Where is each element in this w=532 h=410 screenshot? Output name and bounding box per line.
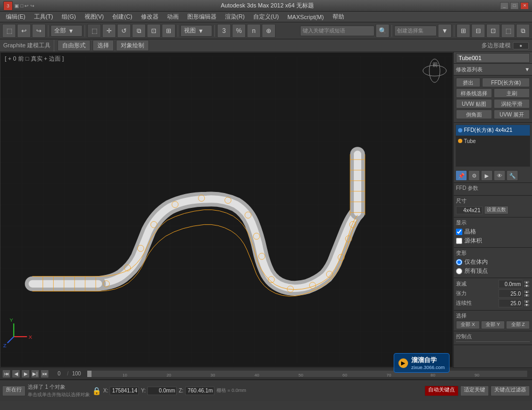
menu-help[interactable]: 帮助 <box>329 12 348 22</box>
falloff-label: 衰减 <box>456 280 497 288</box>
minimize-button[interactable]: _ <box>500 2 509 10</box>
timeline-track[interactable]: 0 10 20 30 40 50 60 70 80 90 <box>87 370 528 378</box>
menu-customize[interactable]: 自定义(U) <box>250 12 282 22</box>
search-bar[interactable]: 键入关键字或短语 <box>300 26 375 36</box>
lattice-checkbox[interactable] <box>456 229 462 235</box>
toolbar-btn-2[interactable]: ↩ <box>17 24 31 38</box>
tension-input[interactable] <box>498 289 522 298</box>
ffd-modifier-label: FFD(长方体) 4x4x21 <box>464 127 512 134</box>
select-tool-btn[interactable]: ⬚ <box>87 24 101 38</box>
menu-group[interactable]: 组(G) <box>58 12 80 22</box>
search-btn[interactable]: 🔍 <box>376 24 389 38</box>
key-filter-btn[interactable]: 关键点过滤器 <box>491 386 530 396</box>
svg-text:Z: Z <box>3 342 6 348</box>
modifier-item-tube[interactable]: Tube <box>456 136 530 146</box>
tool-10[interactable]: ⊕ <box>262 24 276 38</box>
menu-tools[interactable]: 工具(T) <box>30 12 57 22</box>
menu-edit[interactable]: 编辑(E) <box>2 12 29 22</box>
toolbar-btn-3[interactable]: ↪ <box>32 24 46 38</box>
motion-icon-btn[interactable]: ▶ <box>481 170 493 181</box>
auto-key-btn[interactable]: 自动关键点 <box>425 386 459 396</box>
main-ctrl-btn[interactable]: 主刷 <box>494 88 530 98</box>
tool-7[interactable]: 3 <box>217 24 231 38</box>
modifier-item-ffd[interactable]: FFD(长方体) 4x4x21 <box>456 125 530 136</box>
falloff-up-btn[interactable]: ▲ <box>523 280 530 284</box>
quick-access-btn[interactable]: ▣ □ ↩ ↪ <box>14 3 35 9</box>
viewport-compass: 前 <box>421 57 448 85</box>
select-all-y-btn[interactable]: 全部 Y <box>481 321 505 329</box>
scale-tool-btn[interactable]: ⧉ <box>132 24 146 38</box>
select-tab[interactable]: 选择 <box>93 40 114 51</box>
tool-8[interactable]: % <box>232 24 246 38</box>
main-area: [ + 0 前 □ 真实 + 边面 ] <box>0 52 532 367</box>
z-input[interactable] <box>185 387 214 395</box>
tension-down-btn[interactable]: ▼ <box>523 294 530 297</box>
uvw-expand-btn[interactable]: UVW 展开 <box>494 110 530 119</box>
vertex-select-btn[interactable]: 样条线选择 <box>456 88 492 98</box>
menu-graph-editor[interactable]: 图形编辑器 <box>184 12 220 22</box>
tool-9[interactable]: n <box>247 24 261 38</box>
tool-6[interactable]: ⊞ <box>162 24 176 38</box>
menu-create[interactable]: 创建(C) <box>109 12 136 22</box>
source-vol-checkbox[interactable] <box>456 238 462 244</box>
object-name-input[interactable] <box>456 53 530 63</box>
select-all-dropdown[interactable]: 全部 ▼ <box>51 25 82 37</box>
menu-view[interactable]: 视图(V) <box>81 12 108 22</box>
param-icon-btn[interactable]: ⚙ <box>468 170 480 181</box>
maximize-button[interactable]: □ <box>510 2 519 10</box>
viewport[interactable]: [ + 0 前 □ 真实 + 边面 ] <box>0 52 453 367</box>
mode-btn[interactable]: 所在行 <box>2 386 26 396</box>
menu-modifiers[interactable]: 修改器 <box>137 12 162 22</box>
window-controls[interactable]: _ □ ✕ <box>500 2 529 10</box>
create-selection-set[interactable]: 创建选择集 <box>394 26 437 36</box>
set-key-btn[interactable]: 适定关键 <box>460 386 489 396</box>
tension-up-btn[interactable]: ▲ <box>523 290 530 294</box>
display-icon-btn[interactable]: 👁 <box>494 170 505 181</box>
set-points-btn[interactable]: 设置点数 <box>484 206 509 214</box>
utility-icon-btn[interactable]: 🔧 <box>506 170 518 181</box>
falloff-down-btn[interactable]: ▼ <box>523 284 530 288</box>
tool-right-2[interactable]: ⊟ <box>471 24 485 38</box>
named-sets-btn[interactable]: ▼ <box>438 24 452 38</box>
menu-animation[interactable]: 动画 <box>163 12 182 22</box>
only-in-vol-radio[interactable] <box>456 259 462 265</box>
extrude-btn[interactable]: 挤出 <box>456 78 480 87</box>
viewport-label: [ + 0 前 □ 真实 + 边面 ] <box>5 55 64 63</box>
go-start-btn[interactable]: ⏮ <box>2 370 11 378</box>
continuity-down-btn[interactable]: ▼ <box>523 303 530 307</box>
ffd-box-btn[interactable]: FFD(长方体) <box>482 78 530 87</box>
tool-right-4[interactable]: ⬚ <box>501 24 515 38</box>
modifier-list-arrow[interactable]: ▼ <box>525 66 530 72</box>
move-tool-btn[interactable]: ✛ <box>102 24 116 38</box>
tool-right-3[interactable]: ⊡ <box>486 24 500 38</box>
play-btn[interactable]: ▶ <box>21 370 30 378</box>
x-input[interactable] <box>110 387 139 395</box>
continuity-up-btn[interactable]: ▲ <box>523 299 530 303</box>
all-vertices-radio[interactable] <box>456 268 462 274</box>
falloff-input[interactable] <box>498 280 522 288</box>
tool-right-1[interactable]: ⊞ <box>456 24 470 38</box>
y-input[interactable] <box>147 387 177 395</box>
ffd-title: FFD 参数 <box>456 185 530 192</box>
select-all-z-btn[interactable]: 全部 Z <box>506 321 530 329</box>
uvw-map-btn[interactable]: UVW 贴图 <box>456 99 492 108</box>
select-all-x-btn[interactable]: 全部 X <box>456 321 480 329</box>
object-paint-tab[interactable]: 对象绘制 <box>116 40 149 51</box>
toolbar-btn-1[interactable]: ⬚ <box>2 24 16 38</box>
go-end-btn[interactable]: ⏭ <box>40 370 49 378</box>
prev-frame-btn[interactable]: ◀ <box>12 370 20 378</box>
freeform-tab[interactable]: 自由形式 <box>57 40 90 51</box>
continuity-input[interactable] <box>498 299 522 307</box>
close-button[interactable]: ✕ <box>520 2 529 10</box>
next-frame-btn[interactable]: ▶| <box>31 370 39 378</box>
tool-right-5[interactable]: ⧉ <box>516 24 530 38</box>
tool-5[interactable]: ⊡ <box>147 24 161 38</box>
surface-approx-btn[interactable]: 涡轮平滑 <box>494 99 530 108</box>
view-dropdown[interactable]: 视图 ▼ <box>180 25 212 37</box>
menu-maxscript[interactable]: MAXScript(M) <box>284 13 327 21</box>
lock-icon[interactable]: 🔒 <box>92 387 101 395</box>
rotate-tool-btn[interactable]: ↺ <box>117 24 131 38</box>
flip-face-btn[interactable]: 倒角面 <box>456 110 492 119</box>
menu-render[interactable]: 渲染(R) <box>221 12 248 22</box>
pin-icon-btn[interactable]: 📌 <box>455 170 467 181</box>
